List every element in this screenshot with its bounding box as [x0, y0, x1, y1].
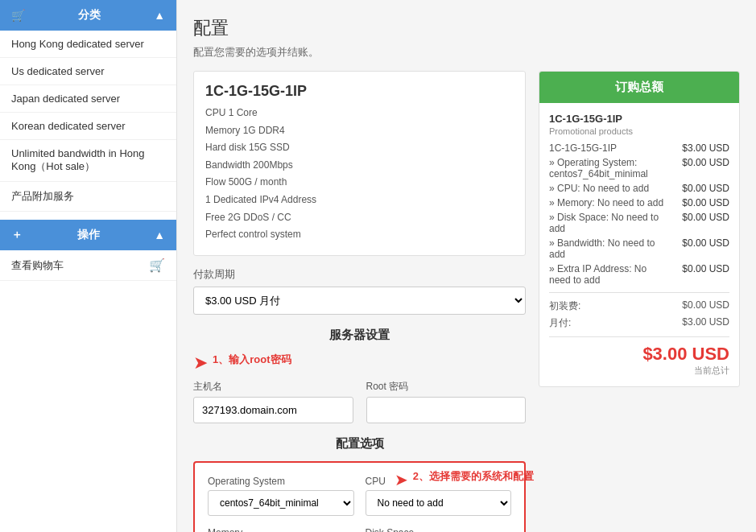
config-select-os[interactable]: centos7_64bit_minimal: [208, 490, 354, 516]
order-product-title: 1C-1G-15G-1IP: [549, 113, 729, 125]
sidebar-operations-header: ＋ 操作 ▲: [0, 220, 176, 250]
sidebar-item-us[interactable]: Us dedicated server: [0, 58, 176, 85]
setup-fee-value: $0.00 USD: [682, 299, 729, 313]
order-summary-header: 订购总额: [539, 72, 739, 103]
config-label-memory: Memory: [208, 527, 354, 532]
config-options-title: 配置选项: [193, 436, 526, 452]
sidebar-item-addon[interactable]: 产品附加服务: [0, 182, 176, 212]
product-detail-line: Hard disk 15G SSD: [205, 139, 514, 157]
sidebar-item-cart[interactable]: 查看购物车 🛒: [0, 250, 176, 281]
order-line-item: » Bandwidth: No need to add$0.00 USD: [549, 237, 729, 260]
product-detail-line: 1 Dedicated IPv4 Address: [205, 192, 514, 209]
config-item-os: Operating Systemcentos7_64bit_minimal: [208, 476, 354, 516]
monthly-fee-value: $3.00 USD: [682, 316, 729, 330]
root-password-group: Root 密码: [366, 380, 527, 423]
root-password-input[interactable]: [366, 397, 527, 423]
page-title: 配置: [193, 16, 740, 40]
order-line-item: » Disk Space: No need to add$0.00 USD: [549, 212, 729, 234]
hostname-input[interactable]: [193, 397, 353, 423]
sidebar-category-label: 分类: [78, 8, 101, 23]
sidebar-item-japan[interactable]: Japan dedicated server: [0, 85, 176, 113]
config-select-cpu[interactable]: No need to add: [366, 490, 512, 516]
config-label-disk: Disk Space: [366, 527, 512, 532]
sidebar-item-unlimited[interactable]: Unlimited bandwidth in Hong Kong（Hot sal…: [0, 140, 176, 182]
sidebar-item-korean[interactable]: Korean dedicated server: [0, 113, 176, 140]
plus-icon: ＋: [11, 228, 23, 242]
payment-cycle-section: 付款周期 $3.00 USD 月付: [193, 267, 526, 315]
product-detail-line: CPU 1 Core: [205, 105, 514, 122]
product-detail-line: Free 2G DDoS / CC: [205, 209, 514, 227]
arrow-icon-1: ➤: [193, 353, 208, 373]
product-detail-line: Perfect control system: [205, 226, 514, 244]
main-content: 配置 配置您需要的选项并结账。 1C-1G-15G-1IP CPU 1 Core…: [177, 0, 756, 532]
order-product-subtitle: Promotional products: [549, 126, 729, 136]
page-subtitle: 配置您需要的选项并结账。: [193, 45, 740, 60]
right-panel: 订购总额 1C-1G-15G-1IP Promotional products …: [539, 71, 740, 532]
sidebar-operations-label: 操作: [77, 228, 100, 242]
order-line-item: » Operating System: centos7_64bit_minima…: [549, 157, 729, 179]
server-settings-grid: 主机名 Root 密码: [193, 380, 526, 423]
product-details: CPU 1 CoreMemory 1G DDR4Hard disk 15G SS…: [205, 105, 514, 244]
product-info-box: 1C-1G-15G-1IP CPU 1 CoreMemory 1G DDR4Ha…: [193, 71, 526, 256]
monthly-fee-label: 月付:: [549, 316, 571, 330]
sidebar-nav: Hong Kong dedicated serverUs dedicated s…: [0, 31, 176, 182]
order-line-item: 1C-1G-15G-1IP$3.00 USD: [549, 142, 729, 154]
config-item-disk: Disk SpaceNo need to add: [366, 527, 512, 532]
order-line-item: » CPU: No need to add$0.00 USD: [549, 183, 729, 194]
config-label-os: Operating System: [208, 476, 354, 487]
order-summary: 订购总额 1C-1G-15G-1IP Promotional products …: [539, 71, 740, 387]
sidebar-cart-label: 查看购物车: [11, 258, 64, 273]
product-detail-line: Bandwidth 200Mbps: [205, 157, 514, 175]
hostname-group: 主机名: [193, 380, 353, 423]
order-total-price: $3.00 USD: [549, 344, 729, 365]
arrow-icon-2: ➤: [395, 470, 408, 489]
chevron-up-icon: ▲: [154, 9, 165, 22]
hostname-label: 主机名: [193, 380, 353, 394]
monthly-fee-line: 月付: $3.00 USD: [549, 316, 729, 330]
chevron-up-icon-ops: ▲: [154, 229, 165, 241]
payment-cycle-label: 付款周期: [193, 267, 526, 282]
order-lines: 1C-1G-15G-1IP$3.00 USD» Operating System…: [549, 142, 729, 286]
product-detail-line: Flow 500G / month: [205, 174, 514, 192]
product-title: 1C-1G-15G-1IP: [205, 83, 514, 100]
sidebar: 🛒 分类 ▲ Hong Kong dedicated serverUs dedi…: [0, 0, 177, 532]
left-panel: 1C-1G-15G-1IP CPU 1 CoreMemory 1G DDR4Ha…: [193, 71, 526, 532]
cart-icon: 🛒: [11, 9, 25, 22]
server-settings-title: 服务器设置: [193, 328, 526, 343]
annotation-1: 1、输入root密码: [213, 353, 291, 367]
config-item-memory: MemoryNo need to add: [208, 527, 354, 532]
order-summary-body: 1C-1G-15G-1IP Promotional products 1C-1G…: [539, 103, 739, 386]
order-line-item: » Memory: No need to add$0.00 USD: [549, 197, 729, 208]
sidebar-category-header: 🛒 分类 ▲: [0, 0, 176, 31]
setup-fee-line: 初装费: $0.00 USD: [549, 299, 729, 313]
order-total-note: 当前总计: [549, 365, 729, 377]
setup-fee-label: 初装费:: [549, 299, 580, 313]
payment-cycle-select[interactable]: $3.00 USD 月付: [193, 287, 526, 315]
root-password-label: Root 密码: [366, 380, 527, 394]
annotation-2: 2、选择需要的系统和配置: [413, 469, 534, 484]
product-detail-line: Memory 1G DDR4: [205, 122, 514, 140]
shopping-cart-icon: 🛒: [149, 258, 165, 273]
order-line-item: » Extra IP Address: No need to add$0.00 …: [549, 263, 729, 286]
sidebar-item-hk[interactable]: Hong Kong dedicated server: [0, 31, 176, 58]
